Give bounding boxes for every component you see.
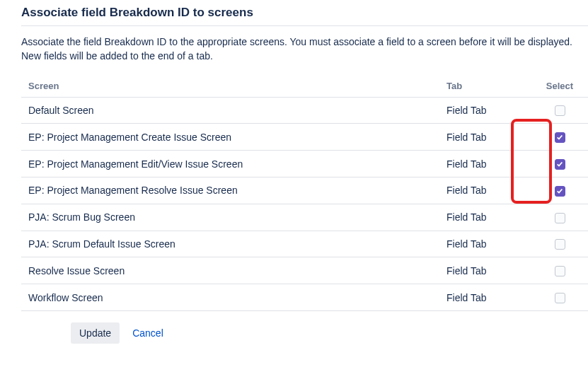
cell-select <box>531 284 588 311</box>
check-icon <box>556 134 563 141</box>
select-checkbox[interactable] <box>555 159 565 170</box>
table-row: PJA: Scrum Default Issue ScreenField Tab <box>21 231 588 257</box>
cell-screen: PJA: Scrum Bug Screen <box>21 204 439 231</box>
select-checkbox[interactable] <box>555 105 565 116</box>
select-checkbox[interactable] <box>555 239 565 250</box>
cell-tab: Field Tab <box>439 257 531 284</box>
table-row: Workflow ScreenField Tab <box>21 284 588 311</box>
select-checkbox[interactable] <box>555 213 565 223</box>
table-row: EP: Project Management Create Issue Scre… <box>21 124 588 151</box>
col-header-select: Select <box>531 76 588 98</box>
cell-select <box>531 257 588 284</box>
cell-select <box>531 204 588 231</box>
cell-screen: Default Screen <box>21 97 439 124</box>
select-checkbox[interactable] <box>555 293 565 303</box>
cell-screen: PJA: Scrum Default Issue Screen <box>21 231 439 257</box>
select-checkbox[interactable] <box>555 132 565 143</box>
table-row: PJA: Scrum Bug ScreenField Tab <box>21 204 588 231</box>
check-icon <box>556 161 563 168</box>
col-header-screen: Screen <box>21 76 439 98</box>
cancel-link[interactable]: Cancel <box>132 327 163 339</box>
table-header-row: Screen Tab Select <box>21 76 588 98</box>
form-actions: Update Cancel <box>71 322 588 344</box>
cell-tab: Field Tab <box>439 231 531 257</box>
cell-tab: Field Tab <box>439 151 531 177</box>
cell-select <box>531 151 588 177</box>
cell-tab: Field Tab <box>439 204 531 231</box>
page-title: Associate field Breakdown ID to screens <box>21 6 588 20</box>
update-button[interactable]: Update <box>71 322 120 344</box>
table-row: Resolve Issue ScreenField Tab <box>21 257 588 284</box>
select-checkbox[interactable] <box>555 266 565 276</box>
cell-screen: EP: Project Management Create Issue Scre… <box>21 124 439 151</box>
cell-screen: EP: Project Management Edit/View Issue S… <box>21 151 439 177</box>
cell-select <box>531 177 588 204</box>
col-header-tab: Tab <box>439 76 531 98</box>
divider <box>21 25 588 26</box>
cell-tab: Field Tab <box>439 97 531 124</box>
cell-tab: Field Tab <box>439 177 531 204</box>
screens-table: Screen Tab Select Default ScreenField Ta… <box>21 76 588 311</box>
table-row: Default ScreenField Tab <box>21 97 588 124</box>
cell-select <box>531 124 588 151</box>
cell-screen: Resolve Issue Screen <box>21 257 439 284</box>
check-icon <box>556 187 563 194</box>
cell-tab: Field Tab <box>439 124 531 151</box>
cell-select <box>531 97 588 124</box>
cell-screen: EP: Project Management Resolve Issue Scr… <box>21 177 439 204</box>
cell-screen: Workflow Screen <box>21 284 439 311</box>
table-row: EP: Project Management Resolve Issue Scr… <box>21 177 588 204</box>
table-row: EP: Project Management Edit/View Issue S… <box>21 151 588 177</box>
select-checkbox[interactable] <box>555 186 565 197</box>
page-description: Associate the field Breakdown ID to the … <box>21 35 588 64</box>
cell-select <box>531 231 588 257</box>
cell-tab: Field Tab <box>439 284 531 311</box>
